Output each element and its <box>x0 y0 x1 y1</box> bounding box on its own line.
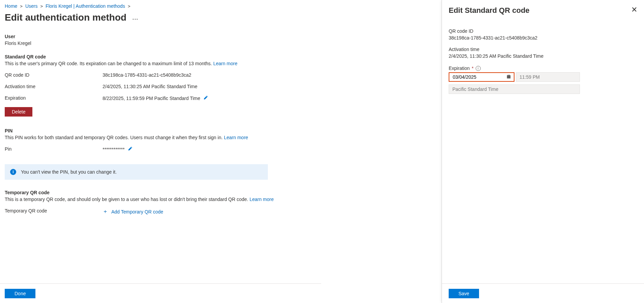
required-asterisk: * <box>472 66 473 71</box>
breadcrumb-user-ctx[interactable]: Floris Kregel | Authentication methods <box>46 3 125 9</box>
expiration-date-field[interactable] <box>449 72 514 82</box>
temp-qr-heading: Temporary QR code <box>5 190 316 195</box>
user-name: Floris Kregel <box>5 41 316 46</box>
pencil-icon <box>203 95 208 100</box>
breadcrumb-users[interactable]: Users <box>25 3 38 9</box>
expiration-timezone-input[interactable] <box>452 86 577 92</box>
standard-qr-desc: This is the user's primary QR code. Its … <box>5 61 316 66</box>
more-actions-button[interactable]: ··· <box>133 17 139 22</box>
panel-qr-id-label: QR code ID <box>449 28 637 34</box>
pencil-icon <box>128 146 133 151</box>
add-temp-qr-button[interactable]: ＋ Add Temporary QR code <box>103 208 163 215</box>
activation-label: Activation time <box>5 84 103 89</box>
temp-qr-learn-more-link[interactable]: Learn more <box>250 197 274 202</box>
close-icon: ✕ <box>631 5 637 14</box>
standard-qr-heading: Standard QR code <box>5 54 316 59</box>
temp-qr-row-label: Temporary QR code <box>5 208 103 215</box>
activation-value: 2/4/2025, 11:30:25 AM Pacific Standard T… <box>103 84 316 89</box>
page-title: Edit authentication method <box>5 12 127 23</box>
pin-heading: PIN <box>5 128 316 133</box>
breadcrumb-home[interactable]: Home <box>5 3 17 9</box>
qr-id-label: QR code ID <box>5 72 103 78</box>
edit-pin-button[interactable] <box>128 146 133 151</box>
standard-qr-learn-more-link[interactable]: Learn more <box>213 61 237 66</box>
edit-expiration-button[interactable] <box>203 95 208 100</box>
add-temp-qr-label: Add Temporary QR code <box>111 209 163 214</box>
expiration-time-field[interactable] <box>516 72 580 82</box>
plus-icon: ＋ <box>103 208 108 215</box>
main-footer: Done <box>0 283 321 303</box>
qr-id-value: 38c198ca-1785-4331-ac21-c5408b9c3ca2 <box>103 72 316 78</box>
expiration-label: Expiration <box>5 95 103 101</box>
pin-info-box: i You can't view the PIN, but you can ch… <box>5 164 268 180</box>
expiration-timezone-field[interactable] <box>449 84 580 94</box>
user-section-label: User <box>5 34 316 39</box>
standard-qr-desc-text: This is the user's primary QR code. Its … <box>5 61 212 66</box>
panel-title: Edit Standard QR code <box>449 6 530 15</box>
pin-desc: This PIN works for both standard and tem… <box>5 135 316 140</box>
expiration-info-tooltip[interactable]: i <box>476 66 481 71</box>
breadcrumb-sep: > <box>20 4 23 9</box>
panel-activation-label: Activation time <box>449 47 637 52</box>
breadcrumb-sep: > <box>40 4 43 9</box>
panel-activation-value: 2/4/2025, 11:30:25 AM Pacific Standard T… <box>449 53 637 59</box>
edit-qr-panel: Edit Standard QR code ✕ QR code ID 38c19… <box>442 0 644 303</box>
calendar-icon[interactable] <box>506 74 511 80</box>
pin-label: Pin <box>5 146 103 152</box>
pin-learn-more-link[interactable]: Learn more <box>224 135 248 140</box>
panel-footer: Save <box>442 283 644 303</box>
main-content: Home > Users > Floris Kregel | Authentic… <box>0 0 321 303</box>
panel-expiration-label: Expiration <box>449 66 470 71</box>
expiration-value: 8/22/2025, 11:59:59 PM Pacific Standard … <box>103 96 200 101</box>
pin-masked: ************ <box>103 147 124 152</box>
breadcrumb: Home > Users > Floris Kregel | Authentic… <box>5 3 316 9</box>
temp-qr-desc: This is a temporary QR code, and should … <box>5 197 316 202</box>
expiration-date-input[interactable] <box>452 74 506 80</box>
expiration-time-input[interactable] <box>519 74 577 80</box>
panel-qr-id-value: 38c198ca-1785-4331-ac21-c5408b9c3ca2 <box>449 35 637 41</box>
temp-qr-desc-text: This is a temporary QR code, and should … <box>5 197 248 202</box>
close-panel-button[interactable]: ✕ <box>631 6 637 14</box>
breadcrumb-sep: > <box>128 4 131 9</box>
pin-info-text: You can't view the PIN, but you can chan… <box>21 169 117 175</box>
save-button[interactable]: Save <box>449 289 479 298</box>
pin-desc-text: This PIN works for both standard and tem… <box>5 135 223 140</box>
done-button[interactable]: Done <box>5 289 35 298</box>
delete-standard-qr-button[interactable]: Delete <box>5 107 32 117</box>
info-icon: i <box>10 169 16 175</box>
